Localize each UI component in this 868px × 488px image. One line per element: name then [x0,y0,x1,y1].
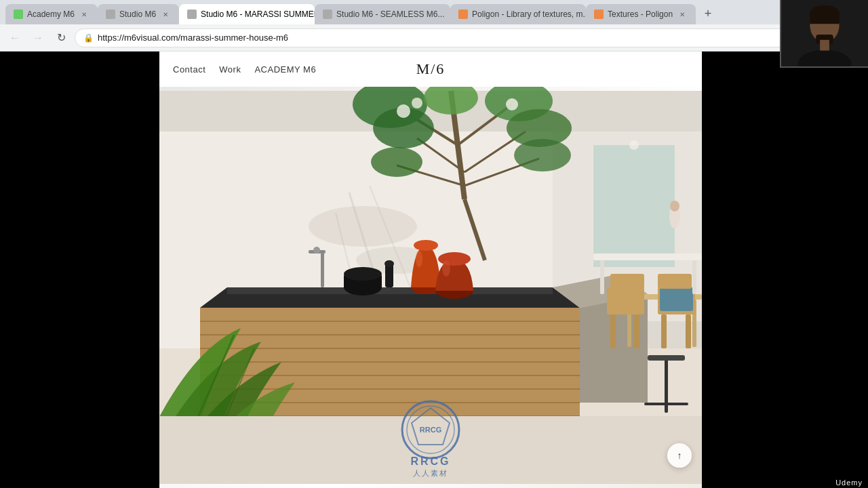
webcam-person [781,0,868,66]
svg-point-51 [313,247,320,253]
svg-point-84 [670,201,679,211]
svg-point-25 [371,147,422,177]
svg-rect-81 [648,355,685,361]
forward-button[interactable]: → [28,28,47,47]
svg-text:RRCG: RRCG [420,426,441,434]
svg-point-62 [442,260,450,277]
tab-academy-m6[interactable]: Academy M6 ✕ [5,4,98,24]
svg-point-31 [309,206,417,247]
browser-toolbar: ← → ↻ 🔒 https://m6visual.com/marassi-sum… [0,24,868,52]
tab-close-2[interactable]: ✕ [160,9,171,20]
address-bar[interactable]: 🔒 https://m6visual.com/marassi-summer-ho… [75,28,863,47]
tab-label-6: Textures - Poligon [608,9,673,19]
nav-work[interactable]: Work [219,64,241,75]
svg-rect-70 [634,314,639,348]
tab-label-3: Studio M6 - MARASSI SUMMER... [201,9,315,19]
left-black-panel [0,52,159,488]
svg-rect-6 [820,40,829,51]
svg-rect-82 [644,403,688,405]
tab-close-1[interactable]: ✕ [79,9,90,20]
side-panels: Contact Work ACADEMY M6 M/6 [0,52,868,488]
tab-poligon[interactable]: Poligon - Library of textures, m... ✕ [450,4,586,24]
svg-rect-75 [686,314,691,348]
tab-favicon-1 [14,9,23,19]
svg-rect-71 [610,274,644,289]
browser-window: Academy M6 ✕ Studio M6 ✕ Studio M6 - MAR… [0,0,868,488]
tab-favicon-3 [187,9,197,19]
tab-bar: Academy M6 ✕ Studio M6 ✕ Studio M6 - MAR… [0,0,868,24]
svg-rect-3 [810,12,839,24]
svg-rect-68 [607,287,644,314]
nav-academy[interactable]: ACADEMY M6 [254,64,316,75]
tab-close-6[interactable]: ✕ [677,9,688,20]
webcam-overlay [780,0,868,68]
url-text: https://m6visual.com/marassi-summer-hous… [98,33,854,43]
tab-label-5: Poligon - Library of textures, m... [472,9,586,19]
person-silhouette-svg [781,0,868,67]
svg-text:人人素材: 人人素材 [413,469,448,477]
tab-studio-marassi[interactable]: Studio M6 - MARASSI SUMMER... ✕ [179,4,315,24]
svg-point-28 [412,98,422,108]
svg-marker-37 [227,287,553,294]
main-website-content: Contact Work ACADEMY M6 M/6 [159,52,702,488]
svg-rect-69 [610,314,616,348]
refresh-button[interactable]: ↻ [52,28,71,47]
new-tab-button[interactable]: + [698,4,717,23]
tab-favicon-2 [106,9,115,19]
tab-textures-poligon[interactable]: Textures - Poligon ✕ [586,4,696,24]
svg-point-27 [397,104,410,118]
svg-rect-73 [660,287,693,311]
nav-contact[interactable]: Contact [173,64,205,75]
site-navigation: Contact Work ACADEMY M6 M/6 [159,52,702,87]
tab-favicon-6 [594,9,604,19]
tab-label-4: Studio M6 - SEAMLESS M6... [336,9,444,19]
lock-icon: 🔒 [83,33,94,43]
udemy-bar: Udemy [830,477,868,488]
svg-rect-49 [321,250,324,287]
svg-point-59 [416,251,422,267]
svg-point-29 [506,98,518,110]
scene-svg: RRCG RRCG 人人素材 [159,87,702,488]
hero-scene: RRCG RRCG 人人素材 ↑ [159,87,702,488]
hero-image: RRCG RRCG 人人素材 ↑ [159,87,702,488]
svg-rect-76 [658,274,692,289]
svg-rect-77 [593,253,702,260]
page-content: Contact Work ACADEMY M6 M/6 [0,52,868,488]
svg-point-26 [514,139,571,171]
svg-text:RRCG: RRCG [410,455,450,467]
tab-studio-m6[interactable]: Studio M6 ✕ [98,4,179,24]
tab-studio-seamless[interactable]: Studio M6 - SEAMLESS M6... ✕ [315,4,450,24]
tab-favicon-5 [458,9,468,19]
site-logo: M/6 [416,60,446,78]
tab-label-2: Studio M6 [119,9,156,19]
scroll-up-button[interactable]: ↑ [667,443,692,468]
back-button[interactable]: ← [5,28,24,47]
svg-rect-74 [661,314,667,348]
svg-point-54 [344,267,382,281]
svg-rect-79 [692,260,696,294]
nav-links: Contact Work ACADEMY M6 [173,64,316,75]
svg-rect-78 [600,260,604,294]
svg-point-30 [629,140,639,150]
svg-rect-55 [385,264,393,287]
svg-rect-10 [593,145,675,267]
svg-point-58 [414,240,438,251]
tab-favicon-4 [323,9,332,19]
right-black-panel: Udemy [702,52,868,488]
tab-label-1: Academy M6 [27,9,75,19]
svg-point-56 [384,260,394,267]
